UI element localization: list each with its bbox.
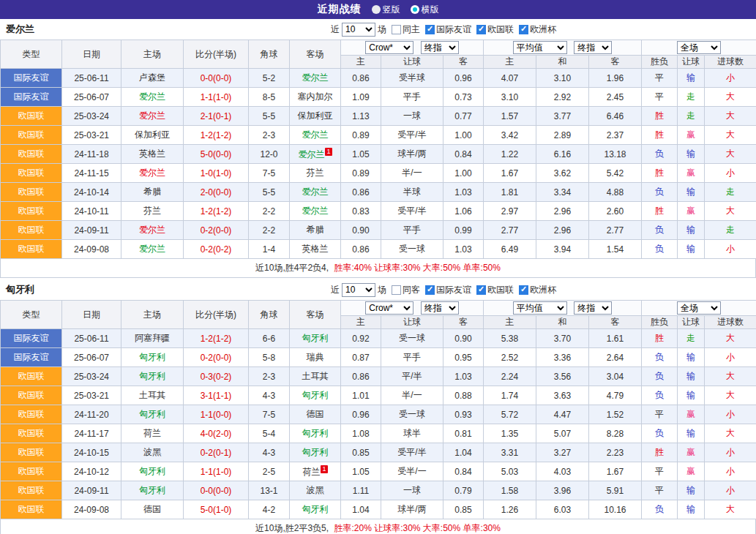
- home-team-cell: 爱尔兰: [121, 240, 184, 259]
- scope-select[interactable]: 全场: [677, 41, 721, 54]
- odds-source-select[interactable]: 平均值: [513, 301, 567, 315]
- handicap-index-select[interactable]: 终指: [421, 41, 459, 54]
- bookmaker-select[interactable]: Crow*: [365, 301, 413, 315]
- avg-odds-cell: 2.96: [536, 221, 589, 240]
- result-cell: 负: [642, 221, 678, 240]
- odds-source-select[interactable]: 平均值: [513, 41, 567, 54]
- match-row: 欧国联24-10-14希腊2-0(0-0)5-5爱尔兰0.86半球1.031.8…: [1, 183, 756, 202]
- layout-horizontal-radio[interactable]: [411, 5, 419, 14]
- score-cell: 1-0(1-0): [184, 164, 249, 183]
- match-count-select[interactable]: 10: [342, 283, 375, 297]
- scope-header: 全场: [642, 301, 756, 316]
- date-cell: 25-06-07: [62, 88, 121, 107]
- scope-select[interactable]: 全场: [677, 301, 721, 315]
- crown-odds-cell: 球半/两: [381, 500, 444, 519]
- crown-odds-cell: 1.11: [341, 481, 381, 500]
- score-cell: 4-0(2-0): [184, 424, 249, 443]
- filter-nations-league[interactable]: 欧国联: [476, 284, 514, 296]
- same-venue-label: 同客: [403, 284, 420, 296]
- filter-friendly[interactable]: 国际友谊: [425, 23, 471, 36]
- layout-horizontal-option[interactable]: 横版: [411, 4, 439, 16]
- friendly-checkbox[interactable]: [425, 25, 435, 34]
- match-row: 欧国联24-10-15波黑0-2(0-1)4-3匈牙利0.85受平/半1.043…: [1, 443, 756, 462]
- sub-col-lose: 客: [589, 56, 642, 69]
- team-name: 匈牙利: [302, 428, 329, 438]
- away-team-cell: 匈牙利: [290, 386, 341, 405]
- avg-odds-cell: 1.74: [484, 386, 536, 405]
- handicap-index-select[interactable]: 终指: [421, 301, 459, 315]
- result-cell: 输: [678, 221, 705, 240]
- team-name: 匈牙利: [139, 485, 165, 495]
- avg-odds-cell: 3.34: [536, 183, 589, 202]
- avg-odds-cell: 1.58: [484, 481, 536, 500]
- match-row: 欧国联25-03-24爱尔兰2-1(0-1)5-5保加利亚1.13一球0.771…: [1, 107, 756, 126]
- filter-euro[interactable]: 欧洲杯: [519, 284, 556, 296]
- league-cell: 欧国联: [1, 481, 62, 500]
- crown-odds-cell: 平手: [381, 221, 444, 240]
- crown-odds-cell: 平手: [381, 348, 444, 367]
- handicap-odds-header: Crow* 终指: [341, 40, 484, 56]
- team-name: 匈牙利: [302, 333, 329, 343]
- filter-nations-league[interactable]: 欧国联: [476, 23, 514, 36]
- date-cell: 25-06-11: [62, 329, 121, 348]
- avg-odds-cell: 6.03: [536, 500, 589, 519]
- corner-cell: 4-3: [249, 443, 290, 462]
- score-cell: 0-3(0-2): [184, 367, 249, 386]
- result-cell: 小: [705, 462, 756, 481]
- match-count-select[interactable]: 10: [342, 23, 375, 37]
- same-venue-checkbox[interactable]: [392, 285, 401, 295]
- date-cell: 24-11-18: [62, 145, 121, 164]
- score-cell: 3-1(1-1): [184, 386, 249, 405]
- match-row: 欧国联24-11-17荷兰4-0(2-0)5-4匈牙利1.08球半0.811.3…: [1, 424, 756, 443]
- league-cell: 欧国联: [1, 202, 62, 221]
- crown-odds-cell: 0.93: [444, 405, 484, 424]
- bookmaker-select[interactable]: Crow*: [365, 41, 413, 54]
- filter-euro[interactable]: 欧洲杯: [519, 23, 556, 36]
- euro-checkbox[interactable]: [519, 25, 528, 34]
- crown-odds-cell: 1.13: [341, 107, 381, 126]
- friendly-checkbox[interactable]: [425, 285, 435, 295]
- filter-friendly[interactable]: 国际友谊: [425, 284, 471, 296]
- result-cell: 走: [678, 329, 705, 348]
- sub-col-goals: 进球数: [705, 316, 756, 329]
- euro-index-select[interactable]: 终指: [574, 41, 612, 54]
- crown-odds-cell: 1.01: [341, 386, 381, 405]
- avg-odds-cell: 3.96: [536, 481, 589, 500]
- sub-col-goals: 进球数: [705, 56, 756, 69]
- match-row: 欧国联24-09-08德国5-0(1-0)4-2匈牙利1.04球半/两0.851…: [1, 500, 756, 519]
- away-team-cell: 英格兰: [290, 240, 341, 259]
- league-cell: 国际友谊: [1, 88, 62, 107]
- crown-odds-cell: 0.99: [444, 221, 484, 240]
- nations-league-checkbox[interactable]: [476, 25, 486, 34]
- home-team-cell: 爱尔兰: [121, 221, 184, 240]
- corner-cell: 4-2: [249, 500, 290, 519]
- euro-index-select[interactable]: 终指: [574, 301, 612, 315]
- avg-odds-cell: 3.62: [536, 164, 589, 183]
- crown-odds-cell: 0.77: [444, 107, 484, 126]
- home-team-cell: 英格兰: [121, 145, 184, 164]
- layout-vertical-option[interactable]: 竖版: [372, 4, 400, 16]
- col-date: 日期: [62, 40, 121, 69]
- match-row: 国际友谊25-06-07匈牙利0-2(0-0)5-8瑞典0.87平手0.952.…: [1, 348, 756, 367]
- avg-odds-cell: 2.77: [589, 221, 642, 240]
- nations-league-checkbox[interactable]: [476, 285, 486, 295]
- euro-label: 欧洲杯: [530, 23, 556, 36]
- date-cell: 24-09-08: [62, 500, 121, 519]
- same-venue-checkbox[interactable]: [392, 25, 401, 34]
- avg-odds-cell: 8.28: [589, 424, 642, 443]
- euro-checkbox[interactable]: [519, 285, 528, 295]
- col-away: 客场: [290, 301, 341, 329]
- layout-vertical-radio[interactable]: [372, 5, 381, 14]
- corner-cell: 2-2: [249, 221, 290, 240]
- league-cell: 欧国联: [1, 107, 62, 126]
- col-corner: 角球: [249, 40, 290, 69]
- team-name: 卢森堡: [139, 72, 165, 83]
- same-venue-filter[interactable]: 同主: [392, 23, 420, 36]
- team-name: 英格兰: [302, 244, 329, 254]
- col-corner: 角球: [249, 301, 290, 329]
- avg-odds-cell: 13.18: [589, 145, 642, 164]
- sub-col-handicap-result: 让球: [678, 316, 705, 329]
- corner-cell: 5-2: [249, 69, 290, 88]
- same-venue-filter[interactable]: 同客: [392, 284, 420, 296]
- crown-odds-cell: 0.86: [341, 183, 381, 202]
